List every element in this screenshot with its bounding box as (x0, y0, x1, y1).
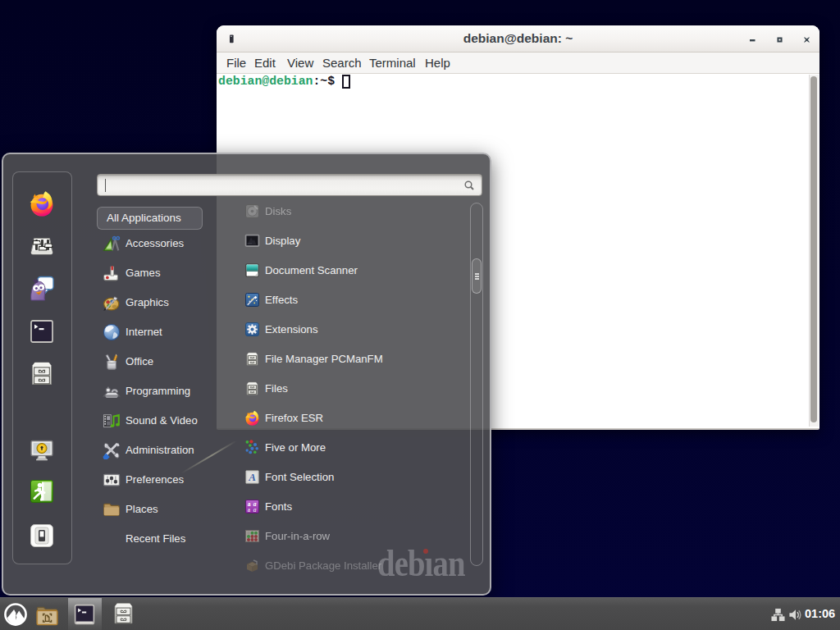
svg-text:A: A (248, 471, 256, 483)
svg-text:a: a (253, 505, 257, 513)
